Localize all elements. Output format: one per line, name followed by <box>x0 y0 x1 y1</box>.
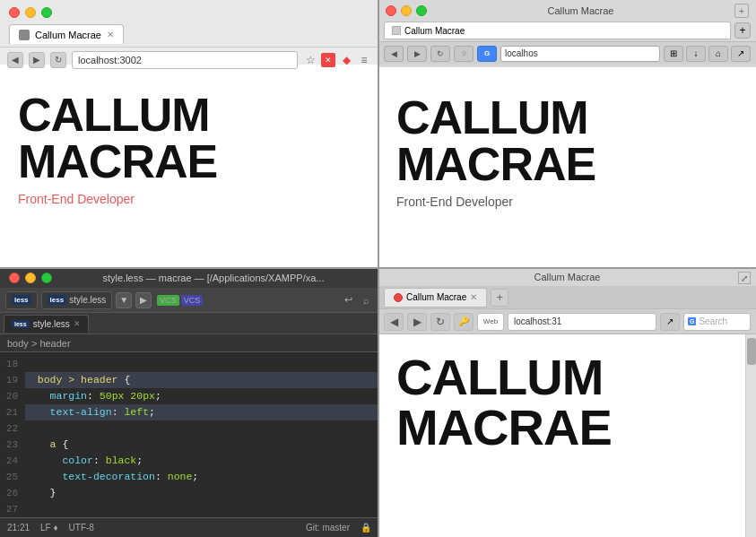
line-content: text-decoration: none; <box>25 469 378 485</box>
code-line-18: 18 <box>0 356 378 372</box>
tab-favicon-tl <box>19 30 30 40</box>
lock-icon: 🔒 <box>361 523 371 533</box>
charset: UTF-8 <box>69 523 94 533</box>
forward-button-tl[interactable]: ▶ <box>29 52 45 68</box>
traffic-lights-tr <box>386 5 427 16</box>
code-line-25: 25 text-decoration: none; <box>0 469 378 485</box>
site-subtitle-tr: Front-End Developer <box>396 195 738 209</box>
code-line-20: 20 margin: 50px 20px; <box>0 388 378 404</box>
site-title-tl: CALLUM MACRAE <box>18 91 361 185</box>
minimize-button-tr[interactable] <box>401 5 412 16</box>
top-left-browser: Callum Macrae ✕ ◀ ▶ ↻ localhost:3002 ☆ ✕… <box>0 0 378 268</box>
pocket-icon[interactable]: ◆ <box>339 53 353 67</box>
bottom-right-browser: Callum Macrae ⤢ Callum Macrae ✕ + ◀ ▶ ↻ … <box>378 268 756 537</box>
line-number: 23 <box>0 437 25 453</box>
expand-button-tr[interactable]: + <box>734 4 749 18</box>
browser-chrome-br: Callum Macrae ⤢ Callum Macrae ✕ + ◀ ▶ ↻ … <box>378 268 756 334</box>
back-button-tr[interactable]: ◀ <box>384 46 404 62</box>
minimize-button-editor[interactable] <box>25 273 36 283</box>
refresh-button-tr[interactable]: ↻ <box>430 46 450 62</box>
download-icon-tr[interactable]: ↓ <box>686 46 706 62</box>
new-tab-btn-br[interactable]: + <box>491 289 508 307</box>
resize-btn-br[interactable]: ⤢ <box>738 272 751 284</box>
url-input-tl[interactable]: localhost:3002 <box>72 51 298 69</box>
editor-active-tab[interactable]: less style.less ✕ <box>4 315 89 333</box>
vcs-status: Git: master <box>306 523 350 533</box>
code-area[interactable]: 18 19 body > header { 20 margin: 50px 20… <box>0 352 378 521</box>
tab-title-tr: Callum Macrae <box>404 26 465 36</box>
browser-tab-br[interactable]: Callum Macrae ✕ <box>384 288 487 307</box>
key-icon-br[interactable]: 🔑 <box>454 313 474 331</box>
tab-bar-br: Callum Macrae ✕ + <box>378 286 756 309</box>
editor-statusbar: 21:21 LF ♦ UTF-8 Git: master 🔒 <box>0 517 378 537</box>
breadcrumb-bar: body > header <box>0 334 378 352</box>
forward-button-tr[interactable]: ▶ <box>407 46 427 62</box>
editor-toolbar: less less style.less ▼ ▶ VCS VCS ↩ ⌕ <box>0 288 378 313</box>
address-bar-tr: ◀ ▶ ↻ ☆ G localhos ⊞ ↓ ⌂ ↗ <box>378 41 756 65</box>
line-number: 22 <box>0 420 25 437</box>
style-less-tab-toolbar[interactable]: less style.less <box>41 291 113 309</box>
tab-title-tl: Callum Macrae <box>35 30 101 40</box>
less-icon2: less <box>48 295 67 305</box>
url-input-tr[interactable]: localhos <box>500 46 660 62</box>
address-bar-br: ◀ ▶ ↻ 🔑 Web localhost:31 ↗ G Search <box>378 309 756 334</box>
tab-bar-tr: Callum Macrae + <box>378 20 756 41</box>
menu-icon[interactable]: ≡ <box>357 53 371 67</box>
rss-icon-tr[interactable]: ↗ <box>731 46 751 62</box>
close-button[interactable] <box>9 7 20 18</box>
search-btn-editor[interactable]: ⌕ <box>359 293 373 307</box>
line-number: 26 <box>0 485 25 501</box>
minimize-button[interactable] <box>25 7 36 18</box>
site-title-tr: CALLUM MACRAE <box>396 94 738 187</box>
editor-tab-close[interactable]: ✕ <box>74 319 81 328</box>
line-content: a { <box>25 437 378 453</box>
window-title-br: Callum Macrae <box>534 272 601 282</box>
bookmark-button-tr[interactable]: ☆ <box>454 46 474 62</box>
maximize-button[interactable] <box>41 7 52 18</box>
tab-close-tl[interactable]: ✕ <box>107 30 114 39</box>
url-text-br: localhost:31 <box>514 316 561 326</box>
line-content: } <box>25 485 378 501</box>
play-btn[interactable]: ▶ <box>135 292 152 308</box>
line-content: body > header { <box>25 372 378 388</box>
line-number: 24 <box>0 453 25 469</box>
scrollbar-br[interactable] <box>745 334 756 537</box>
dropdown-btn[interactable]: ▼ <box>116 292 132 308</box>
back-btn-br[interactable]: ◀ <box>384 313 404 331</box>
browser-content-br: CALLUM MACRAE <box>378 334 756 462</box>
share-btn-br[interactable]: ↗ <box>660 313 680 331</box>
forward-btn-br[interactable]: ▶ <box>407 313 427 331</box>
star-icon[interactable]: ☆ <box>303 53 317 67</box>
code-line-19: 19 body > header { <box>0 372 378 388</box>
search-input-br[interactable]: G Search <box>683 313 751 331</box>
undo-btn[interactable]: ↩ <box>341 293 355 307</box>
browser-chrome-tr: Callum Macrae + Callum Macrae + ◀ ▶ ↻ ☆ … <box>378 0 756 67</box>
cursor-position: 21:21 <box>7 523 30 533</box>
google-button-tr[interactable]: G <box>477 46 497 62</box>
back-button-tl[interactable]: ◀ <box>7 52 23 68</box>
new-tab-button-tr[interactable]: + <box>734 22 751 39</box>
refresh-btn-br[interactable]: ↻ <box>430 313 450 331</box>
browser-tab-tr[interactable]: Callum Macrae <box>384 22 731 39</box>
url-input-br[interactable]: localhost:31 <box>508 313 656 331</box>
less-icon: less <box>12 295 31 305</box>
toolbar-icons-group: VCS VCS <box>157 295 203 306</box>
nav-icon-tr[interactable]: ⊞ <box>664 46 683 62</box>
web-label-br: Web <box>477 313 504 331</box>
less-tab[interactable]: less <box>5 291 38 309</box>
scrollbar-thumb-br[interactable] <box>747 338 756 365</box>
line-number: 27 <box>0 501 25 517</box>
close-button-tr[interactable] <box>386 5 396 16</box>
maximize-button-tr[interactable] <box>416 5 427 16</box>
url-text-tl: localhost:3002 <box>78 55 142 65</box>
extension-icon[interactable]: ✕ <box>321 53 335 67</box>
tab-close-br[interactable]: ✕ <box>470 292 477 302</box>
google-icon-br: G <box>688 317 696 325</box>
maximize-button-editor[interactable] <box>41 273 52 283</box>
browser-tab-tl[interactable]: Callum Macrae ✕ <box>9 24 124 44</box>
home-icon-tr[interactable]: ⌂ <box>708 46 728 62</box>
url-text-tr: localhos <box>505 48 538 58</box>
close-button-editor[interactable] <box>9 273 20 283</box>
refresh-button-tl[interactable]: ↻ <box>50 52 66 68</box>
code-line-24: 24 color: black; <box>0 453 378 469</box>
